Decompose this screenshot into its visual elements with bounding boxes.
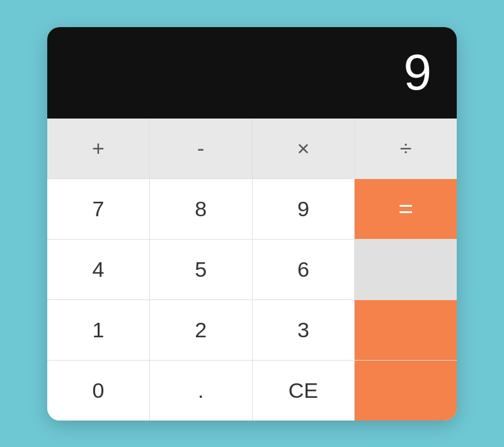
- eight-button[interactable]: 8: [150, 179, 252, 239]
- display: 9: [47, 27, 457, 119]
- calculator: 9 + - × ÷ 7 8 9 = 4 5 6 1 2 3 0 . CE: [47, 27, 457, 421]
- three-button[interactable]: 3: [253, 300, 355, 360]
- equals-button[interactable]: =: [355, 179, 457, 239]
- minus-button[interactable]: -: [150, 119, 252, 178]
- ce-button[interactable]: CE: [253, 361, 355, 421]
- divide-button[interactable]: ÷: [355, 119, 457, 178]
- six-button[interactable]: 6: [253, 240, 355, 299]
- multiply-button[interactable]: ×: [253, 119, 355, 178]
- four-button[interactable]: 4: [47, 240, 149, 299]
- orange-empty-button-2[interactable]: [355, 361, 457, 421]
- zero-button[interactable]: 0: [47, 361, 149, 421]
- display-value: 9: [404, 44, 432, 102]
- seven-button[interactable]: 7: [47, 179, 149, 239]
- dot-button[interactable]: .: [150, 361, 252, 421]
- plus-button[interactable]: +: [47, 119, 149, 178]
- five-button[interactable]: 5: [150, 240, 252, 299]
- two-button[interactable]: 2: [150, 300, 252, 360]
- one-button[interactable]: 1: [47, 300, 149, 360]
- nine-button[interactable]: 9: [253, 179, 355, 239]
- buttons-grid: + - × ÷ 7 8 9 = 4 5 6 1 2 3 0 . CE: [47, 119, 457, 421]
- orange-empty-button[interactable]: [355, 300, 457, 360]
